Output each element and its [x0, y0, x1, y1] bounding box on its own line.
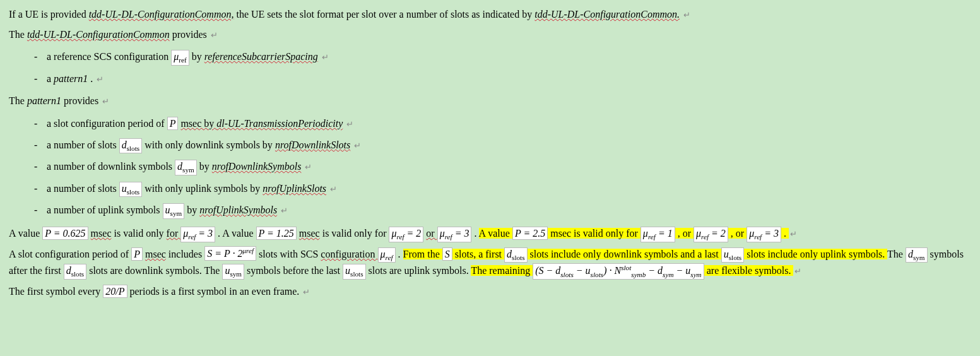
text: The first symbol every	[9, 286, 103, 297]
text: slots are downlink symbols. The	[89, 265, 222, 276]
math-P-val: P = 2.5	[512, 227, 548, 240]
math-mu-ref-eq: μref = 3	[747, 227, 781, 242]
sub: symb	[631, 271, 646, 278]
text: .	[90, 73, 93, 84]
return-mark: ↵	[101, 97, 109, 106]
var: d	[66, 265, 71, 276]
math-mu-ref-eq: μref = 2	[694, 227, 728, 242]
text: slots include only uplink symbols.	[747, 249, 887, 259]
var: u	[165, 205, 170, 215]
val: = 2	[709, 228, 726, 239]
text: the UE sets the slot format per slot ove…	[236, 9, 534, 20]
return-mark: ↵	[793, 267, 801, 276]
part: − u	[674, 265, 691, 276]
text: by	[187, 205, 199, 215]
text: with only uplink symbols by	[145, 183, 263, 194]
val: = 3	[196, 228, 213, 239]
list-item: a pattern1 . ↵	[34, 68, 971, 90]
part: − d	[646, 265, 663, 276]
var: d	[177, 161, 182, 172]
math-P: P	[167, 117, 179, 130]
text: are flexible symbols.	[707, 265, 791, 276]
text-msec: msec	[299, 228, 320, 239]
math-mu-ref-eq: μref = 2	[389, 227, 423, 242]
return-mark: ↵	[210, 31, 218, 40]
sub: ref	[179, 56, 186, 64]
highlighted-text: A value P = 2.5 msec is valid only for μ…	[479, 228, 789, 239]
param-tdd-config: tdd-UL-DL-ConfigurationCommon,	[89, 9, 234, 20]
text: . A value	[218, 228, 256, 239]
text: slots are uplink symbols.	[369, 265, 471, 276]
var: S = P · 2	[207, 249, 242, 259]
text-msec: msec	[91, 228, 112, 239]
text: .	[398, 249, 403, 259]
text: includes	[168, 249, 204, 259]
sub: slots	[729, 254, 742, 261]
highlighted-text: From the S slots, a first dslots slots i…	[403, 249, 887, 259]
math-d-slots: dslots	[64, 264, 87, 280]
text: a	[47, 73, 54, 84]
sub: sym	[690, 271, 701, 278]
text: provides	[172, 29, 207, 40]
text: The	[9, 29, 27, 40]
text: From the	[403, 249, 440, 259]
val: = 2	[404, 228, 422, 239]
math-mu-ref: μref	[378, 247, 396, 263]
text: symbols before the last	[247, 265, 343, 276]
math-u-slots: uslots	[119, 182, 143, 198]
sub: ref	[188, 233, 196, 240]
param-nrof-ul-slots: nrofUplinkSlots	[263, 183, 326, 194]
var: d	[507, 249, 512, 259]
var: μ	[440, 228, 445, 239]
param-tdd-config: tdd-UL-DL-ConfigurationCommon	[27, 29, 170, 40]
math-mu-ref-eq: μref = 3	[180, 227, 215, 242]
return-mark: ↵	[95, 75, 103, 84]
var: μ	[643, 228, 648, 239]
text: provides	[64, 95, 98, 106]
val: = 3	[452, 228, 469, 239]
math-P: P	[131, 247, 143, 261]
sub: slots	[512, 254, 525, 261]
part: − u	[574, 265, 591, 276]
sub: slots	[127, 188, 140, 196]
text: by	[192, 51, 204, 62]
text: a number of slots	[47, 139, 119, 150]
var: d	[122, 139, 127, 150]
text: A slot configuration period of	[9, 249, 131, 259]
text-msec: msec by	[180, 118, 216, 129]
var: μ	[381, 249, 386, 259]
text: The	[887, 249, 906, 259]
para-1: If a UE is provided tdd-UL-DL-Configurat…	[9, 6, 971, 23]
text: slots include only downlink symbols and …	[530, 249, 721, 259]
sub: slots	[71, 271, 85, 278]
text: The	[9, 95, 27, 106]
param-nrof-dl-symbols: nrofDownlinkSymbols	[212, 161, 302, 172]
sup: μref	[242, 247, 254, 254]
math-P-val: P = 1.25	[256, 227, 297, 240]
text: slots with SCS	[259, 249, 321, 259]
sub: sym	[913, 254, 925, 261]
sub: sym	[170, 210, 182, 218]
text: A value	[9, 228, 42, 239]
sub: slots	[127, 145, 140, 152]
para-3: The pattern1 provides ↵	[9, 93, 971, 109]
math-P-val: P = 0.625	[42, 227, 88, 240]
sub: sym	[230, 271, 242, 278]
var: d	[908, 249, 913, 259]
list-item: a slot configuration period of P msec by…	[34, 113, 971, 134]
list-item: a number of uplink symbols usym by nrofU…	[34, 199, 971, 222]
return-mark: ↵	[353, 141, 361, 150]
para-5: A slot configuration period of P msec in…	[9, 246, 971, 280]
text: a number of uplink symbols	[47, 205, 163, 215]
math-flexible-expr: (S − dslots − uslots) · Nslotsymb − dsym…	[533, 263, 704, 280]
return-mark: ↵	[682, 11, 690, 20]
return-mark: ↵	[304, 163, 312, 172]
list-item: a number of downlink symbols dsym by nro…	[34, 156, 971, 178]
val: = 3	[762, 228, 779, 239]
text: .	[474, 228, 478, 239]
return-mark: ↵	[329, 185, 337, 194]
var: μ	[696, 228, 701, 239]
text: A value	[479, 228, 512, 239]
param-pattern1: pattern1	[54, 73, 88, 84]
return-mark: ↵	[321, 53, 329, 62]
